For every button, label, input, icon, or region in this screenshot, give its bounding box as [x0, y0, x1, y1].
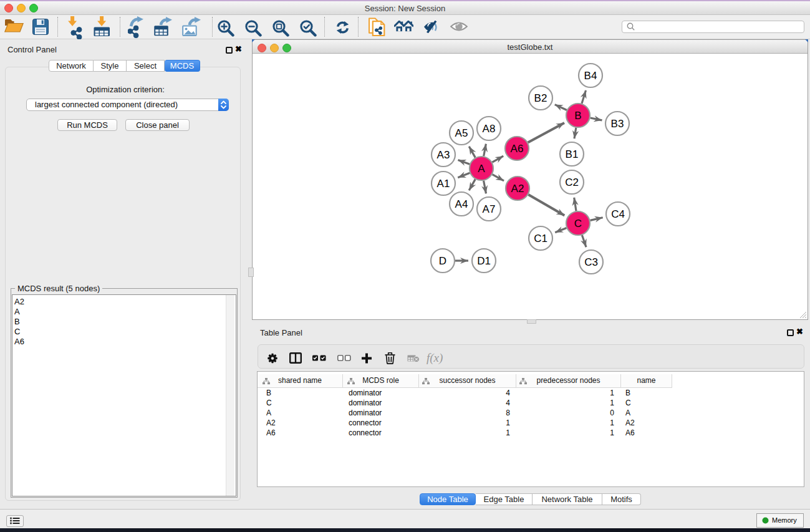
svg-text:B3: B3: [611, 118, 624, 130]
svg-text:C2: C2: [565, 177, 579, 188]
svg-text:A5: A5: [455, 127, 468, 139]
svg-text:C3: C3: [584, 256, 598, 268]
svg-text:A8: A8: [483, 123, 496, 135]
svg-text:D: D: [439, 255, 446, 267]
svg-text:C1: C1: [534, 233, 547, 244]
svg-text:B2: B2: [534, 92, 547, 104]
svg-text:C: C: [574, 218, 582, 230]
svg-text:A3: A3: [437, 149, 450, 161]
svg-text:A: A: [478, 163, 485, 175]
svg-text:A4: A4: [455, 198, 468, 210]
svg-text:D1: D1: [477, 255, 491, 267]
svg-text:B: B: [574, 110, 581, 122]
svg-text:C4: C4: [611, 208, 625, 220]
svg-text:A2: A2: [511, 183, 524, 195]
svg-text:A6: A6: [511, 143, 524, 155]
svg-text:A1: A1: [437, 178, 450, 190]
svg-text:A7: A7: [483, 203, 496, 215]
svg-text:B4: B4: [584, 70, 597, 82]
svg-text:B1: B1: [566, 148, 579, 160]
